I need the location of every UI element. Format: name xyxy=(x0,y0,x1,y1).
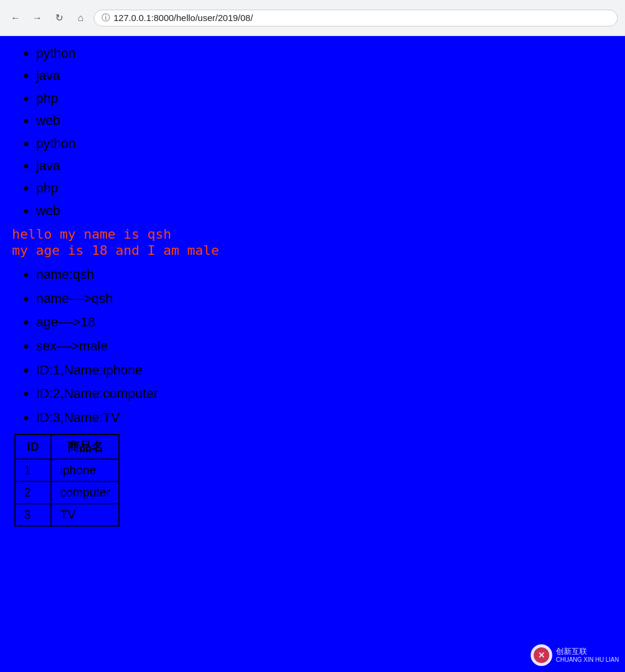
list-item: python xyxy=(36,42,613,64)
first-list: pythonjavaphpwebpythonjavaphpweb xyxy=(12,42,613,222)
list-item: php xyxy=(36,87,613,109)
table-row: 2computer xyxy=(15,481,119,504)
table-cell: computer xyxy=(51,481,119,504)
table-row: 3TV xyxy=(15,504,119,526)
browser-chrome: ← → ↻ ⌂ ⓘ 127.0.0.1:8000/hello/user/2019… xyxy=(0,0,625,36)
back-button[interactable]: ← xyxy=(7,10,24,26)
list-item: web xyxy=(36,109,613,132)
page-content: pythonjavaphpwebpythonjavaphpweb hello m… xyxy=(0,36,625,672)
product-table: ID商品名 1iphone2computer3TV xyxy=(14,434,120,527)
table-header: ID商品名 xyxy=(15,435,119,459)
list-item: age––>18 xyxy=(36,310,613,334)
watermark-line2: CHUANG XIN HU LIAN xyxy=(556,656,619,664)
hello-text: hello my name is qsh xyxy=(12,227,613,242)
table-cell: 1 xyxy=(15,459,51,481)
table-body: 1iphone2computer3TV xyxy=(15,459,119,526)
table-cell: TV xyxy=(51,504,119,526)
forward-button[interactable]: → xyxy=(29,10,46,26)
list-item: name––>qsh xyxy=(36,287,613,311)
info-list: name:qshname––>qshage––>18sex––>maleID:1… xyxy=(12,263,613,429)
table-cell: 2 xyxy=(15,481,51,504)
reload-button[interactable]: ↻ xyxy=(50,10,67,26)
list-item: ID:3,Name:TV xyxy=(36,406,613,430)
watermark-line1: 创新互联 xyxy=(556,647,619,656)
list-item: ID:2,Name:computer xyxy=(36,382,613,406)
table-header-cell: ID xyxy=(15,435,51,459)
watermark-svg: ✕ xyxy=(533,647,550,664)
table-row: 1iphone xyxy=(15,459,119,481)
list-item: web xyxy=(36,200,613,222)
address-bar[interactable]: ⓘ 127.0.0.1:8000/hello/user/2019/08/ xyxy=(94,10,618,26)
table-cell: 3 xyxy=(15,504,51,526)
list-item: php xyxy=(36,177,613,199)
table-header-row: ID商品名 xyxy=(15,435,119,459)
info-icon: ⓘ xyxy=(102,13,110,23)
age-text: my age is 18 and I am male xyxy=(12,243,613,258)
list-item: python xyxy=(36,132,613,154)
watermark-icon: ✕ xyxy=(531,644,552,666)
list-item: java xyxy=(36,154,613,177)
list-item: sex––>male xyxy=(36,334,613,358)
watermark: ✕ 创新互联 CHUANG XIN HU LIAN xyxy=(531,644,619,666)
table-header-cell: 商品名 xyxy=(51,435,119,459)
list-item: java xyxy=(36,64,613,87)
table-cell: iphone xyxy=(51,459,119,481)
list-item: name:qsh xyxy=(36,263,613,287)
home-button[interactable]: ⌂ xyxy=(72,10,89,26)
watermark-text: 创新互联 CHUANG XIN HU LIAN xyxy=(556,647,619,664)
svg-text:✕: ✕ xyxy=(538,650,545,660)
list-item: ID:1,Name:iphone xyxy=(36,358,613,382)
url-text: 127.0.0.1:8000/hello/user/2019/08/ xyxy=(114,13,253,23)
